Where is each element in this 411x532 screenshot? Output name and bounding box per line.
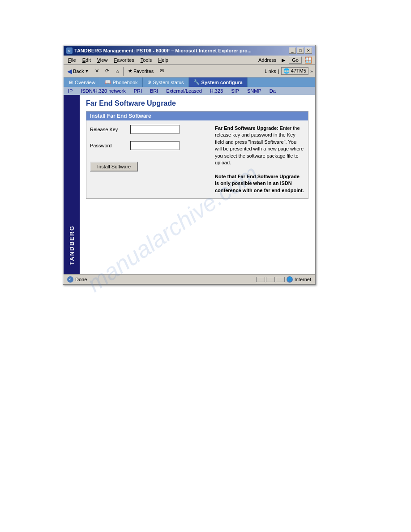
sub-nav-isdn[interactable]: ISDN/H.320 network bbox=[78, 88, 128, 94]
address-bar: Address ▶ Go 🪟 bbox=[257, 56, 313, 64]
release-key-row: Release Key bbox=[90, 125, 210, 134]
progress-2 bbox=[266, 277, 275, 282]
title-bar: e TANDBERG Management: PST06 - 6000F – M… bbox=[64, 46, 315, 56]
page-title: Far End Software Upgrade bbox=[86, 99, 308, 107]
back-dropdown-icon: ▼ bbox=[85, 69, 89, 73]
system-status-label: System status bbox=[153, 80, 184, 85]
back-button[interactable]: ◀ Back ▼ bbox=[65, 67, 90, 76]
maximize-button[interactable]: □ bbox=[297, 47, 304, 54]
status-left: e Done bbox=[67, 276, 87, 283]
info-title: Far End Software Upgrade: bbox=[215, 125, 278, 131]
nav-tabs: 🖥 Overview 📖 Phonebook ⊕ System status 🔧… bbox=[64, 77, 315, 87]
menu-help[interactable]: Help bbox=[155, 56, 171, 64]
status-done-text: Done bbox=[75, 277, 87, 282]
refresh-button[interactable]: ⟳ bbox=[103, 67, 111, 75]
address-label: Address bbox=[257, 57, 278, 63]
tab-system-config[interactable]: 🔧 System configura bbox=[189, 77, 248, 87]
address-arrow: ▶ bbox=[280, 57, 287, 64]
info-note: Note that Far End Software Upgrade is on… bbox=[215, 174, 304, 193]
sub-nav-pri[interactable]: PRI bbox=[131, 88, 145, 94]
tab-phonebook[interactable]: 📖 Phonebook bbox=[100, 77, 143, 87]
links-label: Links bbox=[265, 69, 276, 74]
status-done-icon: e bbox=[67, 276, 73, 283]
sub-nav-snmp[interactable]: SNMP bbox=[244, 88, 264, 94]
star-icon: ★ bbox=[128, 68, 133, 74]
links-text: 47TM5 bbox=[291, 68, 306, 73]
phonebook-icon: 📖 bbox=[105, 79, 111, 85]
close-button[interactable]: ✕ bbox=[305, 47, 312, 54]
windows-flag: 🪟 bbox=[304, 56, 312, 64]
release-key-label: Release Key bbox=[90, 127, 130, 132]
sub-nav: IP ISDN/H.320 network PRI BRI External/L… bbox=[64, 87, 315, 95]
info-area: Far End Software Upgrade: Enter the rele… bbox=[215, 125, 304, 194]
go-button[interactable]: Go bbox=[289, 56, 302, 64]
mail-icon: ✉ bbox=[160, 68, 164, 74]
menu-favorites[interactable]: Favorites bbox=[111, 56, 137, 64]
home-icon: ⌂ bbox=[116, 69, 119, 74]
links-separator: | bbox=[278, 69, 279, 74]
status-right: 🌐 Internet bbox=[256, 276, 311, 283]
tab-overview[interactable]: 🖥 Overview bbox=[64, 77, 100, 87]
browser-window: e TANDBERG Management: PST06 - 6000F – M… bbox=[63, 45, 316, 285]
sidebar-brand: TANDBERG bbox=[68, 225, 75, 265]
menu-tools[interactable]: Tools bbox=[138, 56, 155, 64]
zone-text: Internet bbox=[295, 277, 311, 282]
toolbar-divider bbox=[123, 67, 124, 76]
back-arrow-icon: ◀ bbox=[67, 68, 72, 75]
overview-icon: 🖥 bbox=[68, 80, 73, 85]
page-body: TANDBERG Far End Software Upgrade Instal… bbox=[64, 95, 315, 274]
toolbar-left: ◀ Back ▼ ✕ ⟳ ⌂ ★ Favorites ✉ bbox=[65, 67, 166, 76]
sub-nav-bri[interactable]: BRI bbox=[147, 88, 161, 94]
home-button[interactable]: ⌂ bbox=[114, 68, 120, 75]
menu-edit[interactable]: Edit bbox=[80, 56, 94, 64]
refresh-icon: ⟳ bbox=[105, 68, 109, 74]
overview-label: Overview bbox=[75, 80, 95, 85]
progress-bars bbox=[256, 277, 285, 282]
back-label: Back bbox=[73, 69, 84, 74]
password-input[interactable] bbox=[130, 141, 180, 150]
double-arrow: » bbox=[310, 69, 313, 74]
favorites-label: Favorites bbox=[133, 69, 154, 74]
release-key-input[interactable] bbox=[130, 125, 180, 134]
zone-icon: 🌐 bbox=[287, 276, 293, 283]
menu-items: File Edit View Favorites Tools Help bbox=[65, 56, 171, 64]
password-row: Password bbox=[90, 141, 210, 150]
title-bar-left: e TANDBERG Management: PST06 - 6000F – M… bbox=[66, 47, 252, 54]
stop-button[interactable]: ✕ bbox=[93, 67, 101, 75]
favorites-button[interactable]: ★ Favorites bbox=[126, 67, 155, 75]
links-button[interactable]: 🌐 47TM5 bbox=[281, 67, 308, 75]
install-software-button[interactable]: Install Software bbox=[90, 162, 138, 172]
tab-system-status[interactable]: ⊕ System status bbox=[143, 77, 189, 87]
inner-box: Install Far End Software Release Key Pas… bbox=[86, 111, 308, 199]
sub-nav-sip[interactable]: SIP bbox=[228, 88, 242, 94]
toolbar: ◀ Back ▼ ✕ ⟳ ⌂ ★ Favorites ✉ Links bbox=[64, 65, 315, 77]
title-bar-controls: _ □ ✕ bbox=[289, 47, 312, 54]
sub-nav-h323[interactable]: H.323 bbox=[207, 88, 226, 94]
mail-button[interactable]: ✉ bbox=[158, 67, 166, 75]
main-content: Far End Software Upgrade Install Far End… bbox=[80, 95, 315, 274]
window-title: TANDBERG Management: PST06 - 6000F – Mic… bbox=[74, 48, 252, 53]
system-config-icon: 🔧 bbox=[193, 79, 200, 85]
minimize-button[interactable]: _ bbox=[289, 47, 296, 54]
sub-nav-ip[interactable]: IP bbox=[65, 88, 75, 94]
sub-nav-external[interactable]: External/Leased bbox=[163, 88, 205, 94]
sidebar: TANDBERG bbox=[64, 95, 80, 274]
install-btn-row: Install Software bbox=[90, 157, 210, 172]
menu-file[interactable]: File bbox=[65, 56, 79, 64]
browser-icon: e bbox=[66, 47, 73, 54]
system-status-icon: ⊕ bbox=[147, 79, 151, 85]
info-body: Enter the release key and password in th… bbox=[215, 125, 304, 165]
content-area: 🖥 Overview 📖 Phonebook ⊕ System status 🔧… bbox=[64, 77, 315, 274]
menu-bar: File Edit View Favorites Tools Help Addr… bbox=[64, 56, 315, 65]
status-bar: e Done 🌐 Internet bbox=[64, 274, 315, 284]
progress-3 bbox=[276, 277, 285, 282]
form-area: Release Key Password Install Software bbox=[90, 125, 210, 194]
inner-box-content: Release Key Password Install Software bbox=[86, 120, 308, 198]
sub-nav-da[interactable]: Da bbox=[267, 88, 278, 94]
phonebook-label: Phonebook bbox=[113, 80, 138, 85]
menu-view[interactable]: View bbox=[94, 56, 111, 64]
progress-1 bbox=[256, 277, 265, 282]
password-label: Password bbox=[90, 143, 130, 148]
toolbar-right: Links | 🌐 47TM5 » bbox=[265, 67, 313, 75]
stop-icon: ✕ bbox=[95, 68, 99, 74]
